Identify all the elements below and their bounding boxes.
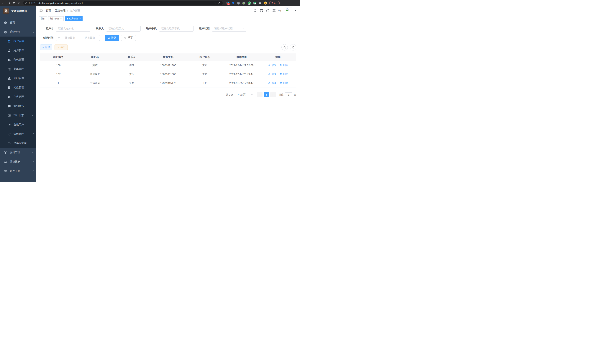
cell-status: 开启 bbox=[187, 79, 223, 88]
tab-dept[interactable]: 部门管理 × bbox=[48, 16, 64, 21]
col-phone: 联系手机 bbox=[150, 53, 187, 61]
sidebar-item-dev-tools[interactable]: 研发工具 bbox=[0, 166, 36, 176]
add-button-label: 新增 bbox=[45, 46, 50, 49]
yen-icon bbox=[4, 151, 7, 154]
address-bar[interactable]: 不安全 dashboard.yudao.iocoder.cn/system/te… bbox=[23, 1, 223, 5]
contact-label: 联系人 bbox=[96, 27, 104, 30]
goto-page-input[interactable] bbox=[285, 92, 292, 97]
sidebar-item-notice[interactable]: 通知公告 bbox=[0, 102, 36, 111]
github-icon[interactable] bbox=[260, 9, 263, 12]
toggle-search-button[interactable] bbox=[281, 44, 288, 50]
browser-reload-icon[interactable] bbox=[13, 2, 16, 5]
extension-chat-icon[interactable] bbox=[253, 2, 256, 4]
app-logo[interactable]: 芋道管理系统 bbox=[0, 6, 36, 16]
help-icon[interactable]: ? bbox=[266, 9, 270, 12]
cell-tenant-name: 测试 bbox=[77, 61, 113, 70]
delete-link[interactable]: 删除 bbox=[280, 64, 288, 67]
chevron-down-icon bbox=[32, 151, 34, 153]
share-icon[interactable] bbox=[214, 2, 216, 4]
font-size-icon[interactable]: TT bbox=[279, 9, 282, 12]
update-label: 更新 bbox=[271, 1, 276, 5]
extension-puzzle-icon[interactable] bbox=[259, 2, 262, 4]
sidebar-item-dict[interactable]: 字典管理 bbox=[0, 92, 36, 102]
sidebar-item-label: 岗位管理 bbox=[14, 86, 33, 89]
header-search-icon[interactable] bbox=[254, 9, 257, 12]
cell-status: 关闭 bbox=[187, 70, 223, 79]
sidebar-item-role[interactable]: 角色管理 bbox=[0, 55, 36, 64]
fullscreen-icon[interactable] bbox=[272, 9, 276, 12]
sidebar-item-audit-log[interactable]: 审计日志 bbox=[0, 111, 36, 120]
extension-tag-manager-icon[interactable]: 10 bbox=[226, 2, 229, 5]
create-time-range-picker[interactable]: 开始日期 - 结束日期 bbox=[56, 35, 100, 41]
edit-link[interactable]: 修改 bbox=[268, 64, 276, 67]
avatar-caret-icon[interactable]: ▾ bbox=[295, 9, 296, 12]
tenant-name-input[interactable] bbox=[56, 26, 90, 32]
user-avatar[interactable] bbox=[285, 7, 292, 14]
browser-back-icon[interactable] bbox=[2, 1, 5, 5]
edit-link[interactable]: 修改 bbox=[268, 82, 276, 85]
sidebar-item-sms[interactable]: 短信管理 bbox=[0, 129, 36, 139]
sidebar-collapse-button[interactable] bbox=[39, 9, 43, 13]
delete-label: 删除 bbox=[283, 73, 288, 76]
sidebar-item-error-code[interactable]: 错误码管理 bbox=[0, 139, 36, 148]
sidebar-item-menu[interactable]: 菜单管理 bbox=[0, 64, 36, 74]
sidebar-item-label: 支付管理 bbox=[10, 151, 32, 154]
sidebar-item-home[interactable]: 首页 bbox=[0, 18, 36, 27]
refresh-table-button[interactable] bbox=[290, 44, 296, 50]
cell-tenant-name: 芋道源码 bbox=[77, 79, 113, 88]
reset-button[interactable]: 重置 bbox=[121, 35, 136, 41]
menu-tree-icon bbox=[7, 67, 11, 71]
phone-input[interactable] bbox=[159, 26, 194, 32]
extension-pin-icon[interactable] bbox=[232, 2, 234, 4]
breadcrumb-home[interactable]: 首页 bbox=[46, 9, 51, 12]
breadcrumb-system[interactable]: 系统管理 bbox=[55, 9, 66, 12]
sidebar-item-system[interactable]: 系统管理 bbox=[0, 27, 36, 37]
sidebar-item-online-user[interactable]: 在线用户 bbox=[0, 120, 36, 129]
export-button[interactable]: 导出 bbox=[55, 45, 68, 50]
add-button[interactable]: + 新增 bbox=[40, 45, 52, 50]
browser-home-icon[interactable] bbox=[18, 1, 21, 5]
cell-actions: 修改 删除 bbox=[260, 61, 296, 70]
sidebar-item-user[interactable]: 用户管理 bbox=[0, 46, 36, 55]
page-1-button[interactable]: 1 bbox=[264, 92, 269, 97]
search-button[interactable]: 搜索 bbox=[105, 35, 119, 41]
edit-link[interactable]: 修改 bbox=[268, 73, 276, 76]
browser-menu-icon[interactable] bbox=[277, 2, 278, 4]
url-path: /system/tenant bbox=[68, 2, 83, 4]
tab-home[interactable]: 首页 bbox=[39, 16, 47, 21]
online-user-icon bbox=[7, 123, 11, 126]
sidebar-item-pay[interactable]: 支付管理 bbox=[0, 148, 36, 157]
chevron-down-icon bbox=[32, 169, 34, 171]
status-label: 租户状态 bbox=[199, 27, 209, 30]
extension-y-icon[interactable]: Y bbox=[248, 1, 251, 5]
cell-contact: 秃头 bbox=[113, 70, 150, 79]
tab-tenant[interactable]: 租户管理 × bbox=[65, 16, 83, 21]
sidebar-item-tenant[interactable]: 租户管理 bbox=[0, 37, 36, 46]
extension-command-icon[interactable]: ⌘ bbox=[237, 2, 240, 5]
close-icon[interactable]: × bbox=[60, 18, 62, 20]
sidebar-item-label: 系统管理 bbox=[10, 30, 32, 34]
contact-input[interactable] bbox=[106, 26, 141, 32]
browser-forward-icon[interactable] bbox=[7, 1, 10, 5]
bookmark-star-icon[interactable] bbox=[218, 2, 221, 5]
sidebar-item-post[interactable]: 岗位管理 bbox=[0, 83, 36, 92]
close-icon[interactable]: × bbox=[79, 18, 81, 20]
extension-record-icon[interactable] bbox=[242, 2, 245, 5]
sidebar-item-dept[interactable]: 部门管理 bbox=[0, 74, 36, 83]
reset-button-label: 重置 bbox=[128, 36, 133, 39]
cell-actions: 修改 删除 bbox=[260, 79, 296, 88]
page-size-select[interactable]: 10条/页 bbox=[236, 92, 254, 97]
site-security-warning[interactable]: 不安全 bbox=[25, 1, 36, 5]
status-select[interactable]: 请选择租户状态 bbox=[212, 26, 246, 32]
delete-link[interactable]: 删除 bbox=[280, 82, 288, 85]
next-page-button[interactable]: › bbox=[270, 92, 276, 97]
browser-update-button[interactable]: 更新 bbox=[269, 1, 280, 5]
sidebar-item-label: 租户管理 bbox=[14, 39, 33, 43]
tenant-table: 租户编号 租户名 联系人 联系手机 租户状态 创建时间 操作 108 测试 测试 bbox=[40, 53, 296, 88]
cell-contact: 测试 bbox=[113, 61, 150, 70]
sidebar-item-infra[interactable]: 基础设施 bbox=[0, 157, 36, 166]
extension-emoji-icon[interactable] bbox=[264, 1, 267, 5]
prev-page-button[interactable]: ‹ bbox=[257, 92, 262, 97]
shield-check-icon bbox=[7, 132, 11, 136]
delete-link[interactable]: 删除 bbox=[280, 73, 288, 76]
